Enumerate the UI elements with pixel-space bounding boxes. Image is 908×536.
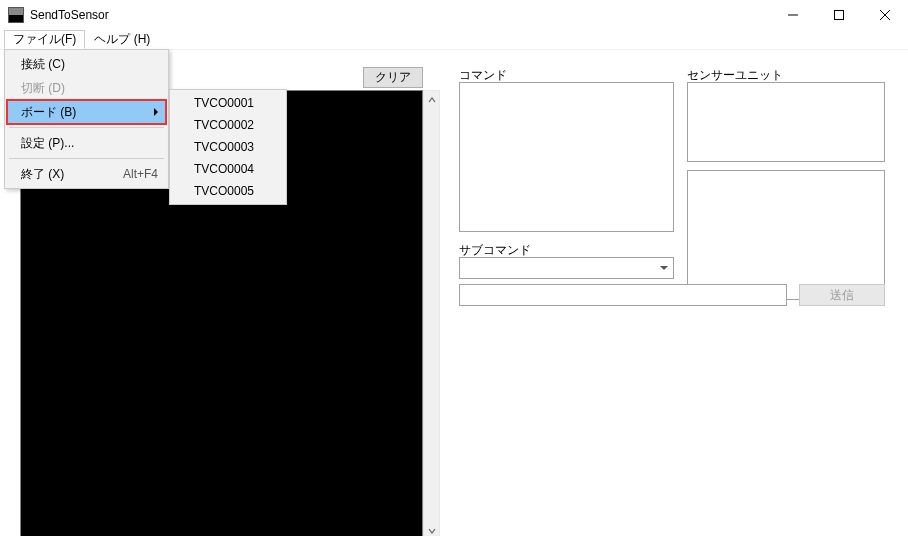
submenu-item[interactable]: TVCO0005 bbox=[172, 180, 284, 202]
submenu-item-label: TVCO0003 bbox=[194, 140, 254, 154]
menu-file[interactable]: ファイル(F) bbox=[4, 30, 85, 49]
menu-item-accelerator: Alt+F4 bbox=[123, 167, 158, 181]
menu-separator bbox=[9, 158, 164, 159]
menu-item-label: 切断 (D) bbox=[21, 80, 158, 97]
menu-help[interactable]: ヘルプ (H) bbox=[85, 30, 159, 49]
board-submenu: TVCO0001 TVCO0002 TVCO0003 TVCO0004 TVCO… bbox=[169, 89, 287, 205]
scroll-up-icon[interactable] bbox=[424, 91, 439, 108]
aux-listbox[interactable] bbox=[687, 170, 885, 300]
submenu-item[interactable]: TVCO0002 bbox=[172, 114, 284, 136]
menu-item-exit[interactable]: 終了 (X) Alt+F4 bbox=[7, 162, 166, 186]
menu-item-board[interactable]: ボード (B) bbox=[7, 100, 166, 124]
menu-item-label: 終了 (X) bbox=[21, 166, 123, 183]
submenu-item[interactable]: TVCO0004 bbox=[172, 158, 284, 180]
menu-item-disconnect: 切断 (D) bbox=[7, 76, 166, 100]
command-input[interactable] bbox=[459, 284, 787, 306]
window-title: SendToSensor bbox=[30, 8, 109, 22]
submenu-item-label: TVCO0005 bbox=[194, 184, 254, 198]
app-icon bbox=[8, 7, 24, 23]
menu-help-label: ヘルプ (H) bbox=[94, 31, 150, 48]
close-button[interactable] bbox=[862, 0, 908, 30]
send-button-label: 送信 bbox=[830, 287, 854, 304]
submenu-item-label: TVCO0002 bbox=[194, 118, 254, 132]
chevron-down-icon[interactable] bbox=[655, 258, 673, 278]
scroll-down-icon[interactable] bbox=[424, 522, 439, 536]
command-listbox[interactable] bbox=[459, 82, 674, 232]
minimize-button[interactable] bbox=[770, 0, 816, 30]
menu-file-label: ファイル(F) bbox=[13, 31, 76, 48]
menu-item-label: 設定 (P)... bbox=[21, 135, 158, 152]
submenu-item-label: TVCO0001 bbox=[194, 96, 254, 110]
title-bar: SendToSensor bbox=[0, 0, 908, 30]
menu-bar: ファイル(F) ヘルプ (H) bbox=[0, 30, 908, 50]
submenu-item-label: TVCO0004 bbox=[194, 162, 254, 176]
submenu-item[interactable]: TVCO0001 bbox=[172, 92, 284, 114]
clear-button-label: クリア bbox=[375, 69, 411, 86]
svg-rect-1 bbox=[835, 11, 844, 20]
sensor-unit-listbox[interactable] bbox=[687, 82, 885, 162]
maximize-button[interactable] bbox=[816, 0, 862, 30]
menu-item-settings[interactable]: 設定 (P)... bbox=[7, 131, 166, 155]
window-controls bbox=[770, 0, 908, 30]
send-button: 送信 bbox=[799, 284, 885, 306]
subcommand-combobox[interactable] bbox=[459, 257, 674, 279]
menu-separator bbox=[9, 127, 164, 128]
clear-button[interactable]: クリア bbox=[363, 67, 423, 88]
menu-item-connect[interactable]: 接続 (C) bbox=[7, 52, 166, 76]
menu-item-label: 接続 (C) bbox=[21, 56, 158, 73]
submenu-item[interactable]: TVCO0003 bbox=[172, 136, 284, 158]
vertical-scrollbar[interactable] bbox=[423, 90, 440, 536]
menu-item-label: ボード (B) bbox=[21, 104, 154, 121]
submenu-arrow-icon bbox=[154, 108, 158, 116]
right-panel: コマンド センサーユニット サブコマンド 送信 bbox=[445, 50, 908, 536]
file-menu-dropdown: 接続 (C) 切断 (D) ボード (B) 設定 (P)... 終了 (X) A… bbox=[4, 49, 169, 189]
